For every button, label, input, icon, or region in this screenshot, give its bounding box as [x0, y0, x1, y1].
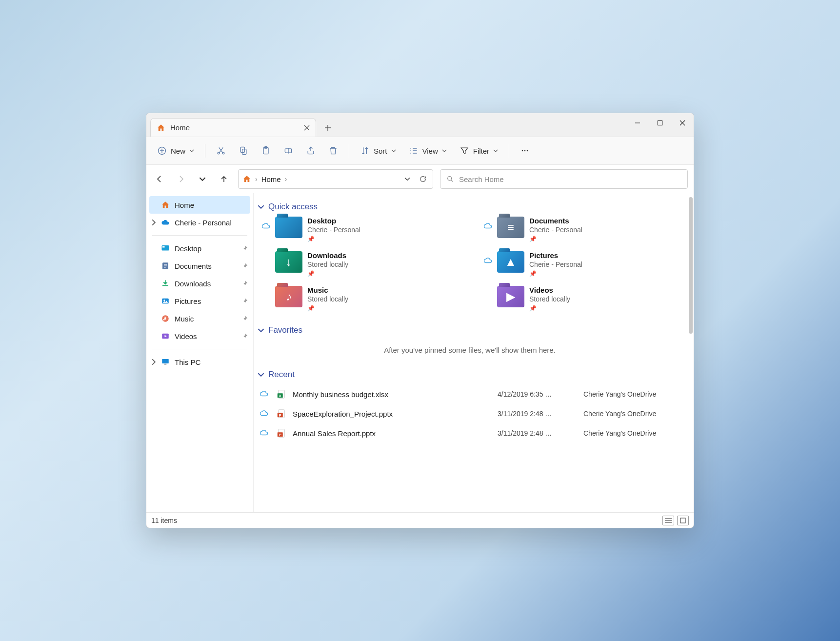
copy-button[interactable] — [234, 142, 253, 160]
plus-circle-icon — [157, 146, 167, 156]
folder-icon: ▶ — [497, 286, 524, 307]
pin-icon: 📌 — [307, 235, 360, 242]
view-button[interactable]: View — [404, 142, 452, 160]
folder-icon: ↓ — [275, 251, 302, 273]
paste-button[interactable] — [256, 142, 276, 160]
file-date: 4/12/2019 6:35 … — [498, 390, 580, 398]
search-bar[interactable] — [440, 169, 688, 189]
tab-home[interactable]: Home — [150, 118, 316, 137]
sidebar-item-music[interactable]: Music — [146, 310, 253, 327]
quick-access-videos[interactable]: ▶ Videos Stored locally 📌 — [483, 286, 686, 312]
file-name: SpaceExploration_Project.pptx — [293, 410, 495, 418]
back-button[interactable] — [152, 172, 167, 186]
pin-icon: 📌 — [529, 269, 582, 277]
breadcrumb-separator: › — [285, 175, 287, 183]
home-icon — [161, 200, 170, 209]
chevron-right-icon[interactable] — [150, 219, 157, 226]
new-button[interactable]: New — [152, 142, 199, 160]
quick-access-documents[interactable]: ≡ Documents Cherie - Personal 📌 — [483, 217, 686, 242]
quick-access-desktop[interactable]: Desktop Cherie - Personal 📌 — [261, 217, 464, 242]
more-button[interactable] — [515, 142, 535, 160]
sort-button[interactable]: Sort — [355, 142, 401, 160]
chevron-right-icon[interactable] — [150, 359, 157, 365]
section-quick-access[interactable]: Quick access — [254, 198, 686, 217]
tab-label: Home — [170, 123, 299, 132]
pin-icon: 📌 — [529, 304, 570, 312]
pin-icon — [241, 262, 248, 269]
scrollbar-thumb[interactable] — [689, 197, 693, 334]
close-window-button[interactable] — [671, 113, 694, 133]
maximize-button[interactable] — [649, 113, 671, 133]
quick-access-pictures[interactable]: ▲ Pictures Cherie - Personal 📌 — [483, 251, 686, 277]
recent-file[interactable]: X Monthly business budget.xlsx 4/12/2019… — [254, 384, 686, 404]
section-favorites[interactable]: Favorites — [254, 321, 686, 340]
file-icon: X — [276, 389, 287, 400]
folder-icon: ≡ — [497, 217, 524, 238]
sidebar-item-pictures[interactable]: Pictures — [146, 292, 253, 310]
address-bar[interactable]: › Home › — [238, 169, 433, 189]
file-location: Cherie Yang's OneDrive — [583, 429, 686, 437]
folder-icon: ♪ — [275, 286, 302, 307]
navigation-row: › Home › — [146, 165, 694, 193]
chevron-down-icon — [258, 203, 264, 210]
delete-button[interactable] — [323, 142, 343, 160]
rename-button[interactable] — [279, 142, 298, 160]
sidebar-item-videos[interactable]: Videos — [146, 327, 253, 345]
details-view-button[interactable] — [662, 516, 674, 525]
up-button[interactable] — [217, 172, 231, 186]
file-date: 3/11/2019 2:48 … — [498, 410, 580, 418]
quick-access-downloads[interactable]: ↓ Downloads Stored locally 📌 — [261, 251, 464, 277]
forward-button[interactable] — [174, 172, 188, 186]
separator — [205, 144, 205, 158]
svg-point-9 — [522, 150, 523, 152]
section-recent[interactable]: Recent — [254, 366, 686, 384]
home-icon — [242, 175, 251, 183]
share-button[interactable] — [301, 142, 320, 160]
sidebar-item-documents[interactable]: Documents — [146, 257, 253, 275]
address-dropdown-button[interactable] — [401, 173, 413, 185]
sidebar-item-this-pc[interactable]: This PC — [146, 353, 253, 371]
filter-button[interactable]: Filter — [455, 142, 503, 160]
sidebar-item-home[interactable]: Home — [149, 196, 250, 214]
search-input[interactable] — [459, 175, 681, 183]
cloud-icon — [483, 251, 492, 265]
chevron-down-icon — [493, 148, 498, 153]
quick-access-music[interactable]: ♪ Music Stored locally 📌 — [261, 286, 464, 312]
toolbar: New Sort View Filter — [146, 137, 694, 165]
share-icon — [306, 146, 316, 156]
cut-button[interactable] — [211, 142, 231, 160]
sidebar-divider — [152, 349, 247, 349]
search-icon — [446, 175, 454, 183]
home-icon — [157, 123, 165, 132]
cloud-icon — [261, 251, 270, 257]
svg-point-11 — [527, 150, 528, 152]
refresh-button[interactable] — [417, 173, 429, 185]
svg-rect-0 — [658, 121, 662, 125]
pin-icon — [241, 298, 248, 304]
folder-icon — [161, 332, 170, 341]
cloud-icon — [260, 390, 273, 399]
svg-point-17 — [163, 300, 165, 301]
file-icon: P — [276, 428, 287, 439]
thumbnails-view-button[interactable] — [677, 516, 689, 525]
sidebar-item-onedrive[interactable]: Cherie - Personal — [146, 214, 253, 231]
recent-file[interactable]: P SpaceExploration_Project.pptx 3/11/201… — [254, 404, 686, 423]
folder-icon: ▲ — [497, 251, 524, 273]
recent-file[interactable]: P Annual Sales Report.pptx 3/11/2019 2:4… — [254, 423, 686, 443]
scissors-icon — [216, 146, 226, 156]
content-pane: Quick access Desktop Cherie - Personal 📌… — [254, 193, 694, 512]
svg-rect-4 — [240, 147, 244, 153]
favorites-empty-text: After you've pinned some files, we'll sh… — [254, 340, 686, 366]
folder-icon — [161, 261, 170, 270]
close-tab-icon[interactable] — [304, 125, 310, 131]
sidebar-item-desktop[interactable]: Desktop — [146, 240, 253, 257]
new-tab-button[interactable] — [318, 119, 338, 137]
folder-icon — [161, 244, 170, 253]
sidebar-item-downloads[interactable]: Downloads — [146, 275, 253, 292]
recent-locations-button[interactable] — [195, 172, 210, 186]
minimize-button[interactable] — [626, 113, 649, 133]
body: Home Cherie - Personal Desktop Documents… — [146, 193, 694, 512]
chevron-down-icon — [391, 148, 396, 153]
breadcrumb-location[interactable]: Home — [261, 175, 281, 183]
clipboard-icon — [261, 146, 271, 156]
